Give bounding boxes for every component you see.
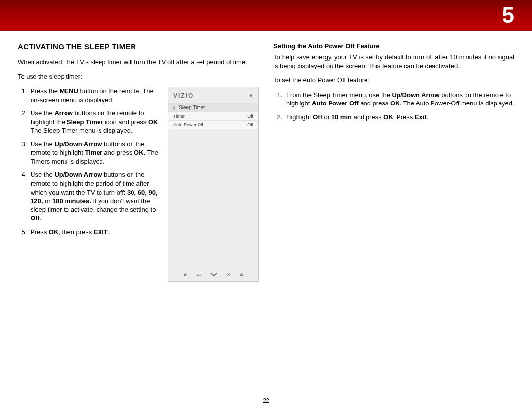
panel-row: Auto Power Off Off (168, 121, 258, 129)
lead-text: To set the Auto Power Off feature: (273, 76, 514, 85)
panel-crumb-label: Sleep Timer (179, 105, 205, 110)
steps-list-left: Press the MENU button on the remote. The… (18, 87, 161, 236)
right-column: Setting the Auto Power Off Feature To he… (273, 42, 514, 396)
intro-text: When activated, the TV's sleep timer wil… (18, 58, 259, 67)
list-item: From the Sleep Timer menu, use the Up/Do… (284, 91, 514, 108)
chevron-down-icon (209, 272, 218, 278)
list-item: Press the MENU button on the remote. The… (29, 87, 161, 104)
list-item: Press OK, then press EXIT. (29, 228, 161, 237)
panel-row: Timer Off (168, 112, 258, 121)
subsection-heading: Setting the Auto Power Off Feature (273, 42, 514, 50)
page-number: 22 (0, 397, 532, 404)
section-heading: ACTIVATING THE SLEEP TIMER (18, 42, 259, 51)
panel-row-value: Off (247, 122, 253, 127)
page-content: ACTIVATING THE SLEEP TIMER When activate… (18, 42, 514, 396)
star-icon: ★ (182, 272, 189, 278)
panel-footer: ★ ▭ ✕ ✿ (168, 272, 258, 278)
lead-text: To use the sleep timer: (18, 72, 259, 81)
list-item: Use the Arrow buttons on the remote to h… (29, 109, 161, 135)
panel-breadcrumb: Sleep Timer (168, 103, 258, 112)
panel-row-value: Off (247, 114, 253, 119)
gear-icon: ✿ (238, 272, 245, 278)
back-icon (172, 106, 175, 110)
home-icon (249, 93, 253, 99)
chapter-number: 5 (502, 3, 514, 28)
panel-row-label: Timer (173, 114, 185, 119)
vizio-menu-screenshot: VIZIO Sleep Timer Timer Off Auto Power (168, 87, 259, 282)
intro-text: To help save energy, your TV is set by d… (273, 53, 514, 70)
close-icon: ✕ (225, 272, 232, 278)
panel-brand: VIZIO (173, 92, 194, 99)
list-item: Highlight Off or 10 min and press OK. Pr… (284, 113, 514, 122)
header-bar: 5 (0, 0, 532, 31)
list-item: Use the Up/Down Arrow buttons on the rem… (29, 171, 161, 222)
steps-list-right: From the Sleep Timer menu, use the Up/Do… (273, 91, 514, 122)
list-item: Use the Up/Down Arrow buttons on the rem… (29, 140, 161, 166)
panel-row-label: Auto Power Off (173, 122, 203, 127)
left-column: ACTIVATING THE SLEEP TIMER When activate… (18, 42, 259, 396)
screen-icon: ▭ (196, 272, 202, 278)
